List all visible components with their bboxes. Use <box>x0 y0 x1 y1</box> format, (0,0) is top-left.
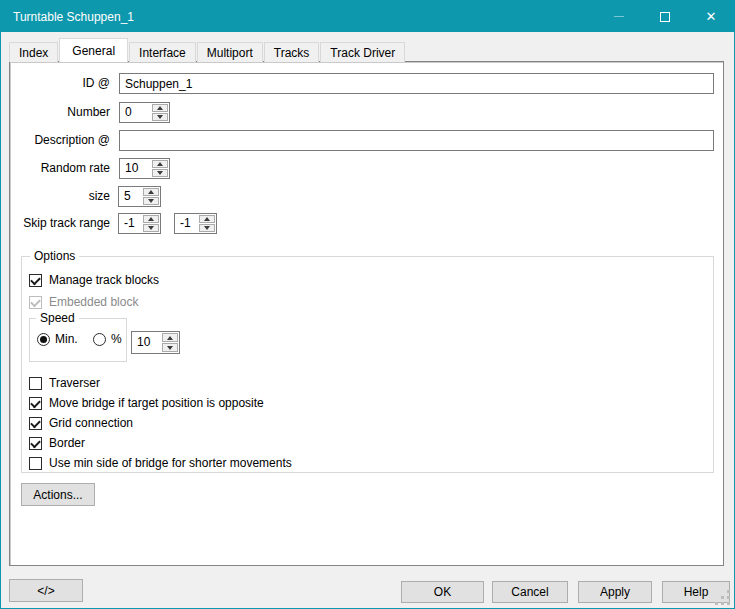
skip-track-range-value-2: -1 <box>180 214 191 233</box>
number-value: 0 <box>125 103 132 122</box>
checkbox-icon <box>29 296 42 309</box>
arrow-up-icon <box>157 162 163 166</box>
caption-buttons: ✕ <box>596 1 734 32</box>
speed-value-spinner[interactable]: 10 <box>131 331 180 354</box>
size-spin-down[interactable] <box>143 197 159 205</box>
number-spin-buttons <box>152 104 168 121</box>
arrow-up-icon <box>148 217 154 221</box>
border-label: Border <box>49 436 85 450</box>
tab-tracks-label: Tracks <box>274 46 310 60</box>
ok-button-label: OK <box>434 585 451 599</box>
description-input[interactable] <box>119 130 714 151</box>
random-rate-value: 10 <box>125 159 138 178</box>
arrow-up-icon <box>204 217 210 221</box>
speed-legend: Speed <box>36 311 79 326</box>
tab-tracks[interactable]: Tracks <box>264 42 320 62</box>
tab-strip: Index General Interface Multiport Tracks… <box>9 38 406 62</box>
resize-grip[interactable] <box>716 590 730 604</box>
arrow-up-icon <box>167 336 173 340</box>
actions-button-label: Actions... <box>33 488 82 502</box>
random-rate-spin-buttons <box>152 160 168 177</box>
apply-button-label: Apply <box>600 585 630 599</box>
window-title: Turntable Schuppen_1 <box>1 10 134 24</box>
skip-track-range-spinner-1[interactable]: -1 <box>118 213 161 234</box>
random-rate-spin-down[interactable] <box>152 169 168 177</box>
arrow-down-icon <box>167 346 173 350</box>
skip2-spin-buttons <box>199 215 215 232</box>
maximize-button[interactable] <box>642 1 688 32</box>
checkbox-icon <box>29 397 42 410</box>
checkbox-icon <box>29 274 42 287</box>
tab-track-driver[interactable]: Track Driver <box>320 42 405 62</box>
use-min-side-label: Use min side of bridge for shorter movem… <box>49 456 292 470</box>
arrow-down-icon <box>148 226 154 230</box>
arrow-down-icon <box>204 226 210 230</box>
random-rate-spinner[interactable]: 10 <box>119 158 170 179</box>
arrow-down-icon <box>148 199 154 203</box>
skip2-spin-down[interactable] <box>199 224 215 232</box>
grid-connection-label: Grid connection <box>49 416 133 430</box>
move-bridge-checkbox[interactable]: Move bridge if target position is opposi… <box>29 396 264 410</box>
number-spin-up[interactable] <box>152 104 168 112</box>
checkbox-icon <box>29 437 42 450</box>
use-min-side-checkbox[interactable]: Use min side of bridge for shorter movem… <box>29 456 292 470</box>
apply-button[interactable]: Apply <box>578 581 652 603</box>
traverser-label: Traverser <box>49 376 100 390</box>
random-rate-spin-up[interactable] <box>152 160 168 168</box>
number-spin-down[interactable] <box>152 113 168 121</box>
tab-general-label: General <box>72 44 115 58</box>
grid-connection-checkbox[interactable]: Grid connection <box>29 416 133 430</box>
id-input[interactable] <box>119 73 714 94</box>
minimize-icon <box>614 16 624 17</box>
size-spinner[interactable]: 5 <box>118 186 161 207</box>
size-spin-up[interactable] <box>143 188 159 196</box>
speed-min-radio[interactable]: Min. <box>37 332 78 346</box>
help-button-label: Help <box>684 585 709 599</box>
embedded-block-label: Embedded block <box>49 295 138 309</box>
radio-icon <box>93 333 106 346</box>
close-button[interactable]: ✕ <box>688 1 734 32</box>
random-rate-label: Random rate <box>10 158 110 179</box>
code-button[interactable]: </> <box>9 579 83 602</box>
radio-icon <box>37 333 50 346</box>
maximize-icon <box>660 12 670 22</box>
tab-multiport-label: Multiport <box>207 46 253 60</box>
traverser-checkbox[interactable]: Traverser <box>29 376 100 390</box>
skip-track-range-spinner-2[interactable]: -1 <box>174 213 217 234</box>
skip1-spin-buttons <box>143 215 159 232</box>
tab-general[interactable]: General <box>59 38 128 62</box>
tab-index-label: Index <box>19 46 48 60</box>
size-label: size <box>10 186 110 207</box>
checkbox-icon <box>29 377 42 390</box>
number-spinner[interactable]: 0 <box>119 102 170 123</box>
tab-multiport[interactable]: Multiport <box>197 42 263 62</box>
manage-track-blocks-checkbox[interactable]: Manage track blocks <box>29 273 159 287</box>
speed-min-label: Min. <box>55 332 78 346</box>
speed-percent-radio[interactable]: % <box>93 332 122 346</box>
speed-spin-down[interactable] <box>162 343 178 352</box>
skip-track-range-label: Skip track range <box>10 213 110 234</box>
code-button-label: </> <box>37 584 54 598</box>
speed-percent-label: % <box>111 332 122 346</box>
cancel-button-label: Cancel <box>511 585 548 599</box>
minimize-button[interactable] <box>596 1 642 32</box>
checkbox-icon <box>29 457 42 470</box>
tab-interface-label: Interface <box>139 46 186 60</box>
ok-button[interactable]: OK <box>401 581 484 603</box>
number-label: Number <box>10 102 110 123</box>
move-bridge-label: Move bridge if target position is opposi… <box>49 396 264 410</box>
tab-interface[interactable]: Interface <box>129 42 196 62</box>
speed-spin-up[interactable] <box>162 333 178 342</box>
skip2-spin-up[interactable] <box>199 215 215 223</box>
border-checkbox[interactable]: Border <box>29 436 85 450</box>
tab-index[interactable]: Index <box>9 42 58 62</box>
arrow-up-icon <box>148 190 154 194</box>
size-spin-buttons <box>143 188 159 205</box>
actions-button[interactable]: Actions... <box>21 483 95 506</box>
embedded-block-checkbox: Embedded block <box>29 295 138 309</box>
skip1-spin-up[interactable] <box>143 215 159 223</box>
arrow-down-icon <box>157 115 163 119</box>
general-tab-page: ID @ Number 0 Description @ Random rate … <box>9 61 724 566</box>
cancel-button[interactable]: Cancel <box>492 581 568 603</box>
skip1-spin-down[interactable] <box>143 224 159 232</box>
